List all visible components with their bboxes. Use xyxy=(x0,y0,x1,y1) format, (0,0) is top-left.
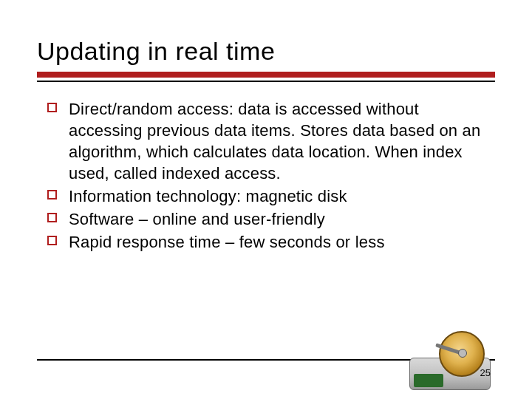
square-bullet-icon xyxy=(47,213,57,222)
hard-disk-image xyxy=(409,327,491,390)
bullet-text: Software – online and user-friendly xyxy=(69,208,325,230)
square-bullet-icon xyxy=(47,103,57,112)
hard-disk-spindle-icon xyxy=(458,349,467,358)
hard-disk-pcb xyxy=(414,374,443,387)
bullet-text: Direct/random access: data is accessed w… xyxy=(69,98,495,184)
square-bullet-icon xyxy=(47,190,57,200)
bullet-item: Direct/random access: data is accessed w… xyxy=(47,98,495,184)
square-bullet-icon xyxy=(47,236,57,245)
bullet-list: Direct/random access: data is accessed w… xyxy=(37,98,495,253)
bullet-text: Rapid response time – few seconds or les… xyxy=(69,231,385,253)
title-rule-thick xyxy=(37,72,495,78)
bullet-item: Software – online and user-friendly xyxy=(47,208,495,230)
slide-title: Updating in real time xyxy=(37,37,495,66)
page-number: 25 xyxy=(480,367,491,378)
slide: Updating in real time Direct/random acce… xyxy=(0,0,532,399)
bullet-item: Information technology: magnetic disk xyxy=(47,185,495,207)
bullet-text: Information technology: magnetic disk xyxy=(69,185,347,207)
title-rule-thin xyxy=(37,81,495,82)
bullet-item: Rapid response time – few seconds or les… xyxy=(47,231,495,253)
